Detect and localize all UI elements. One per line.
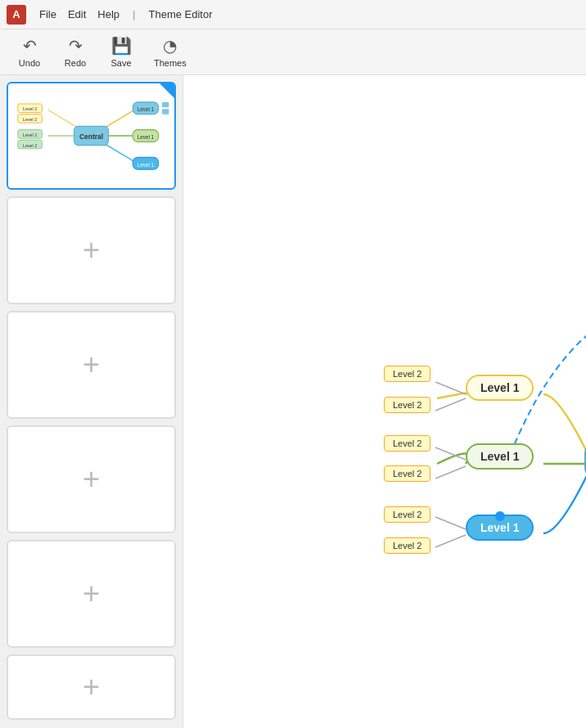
node-level2-2: Level 2: [384, 397, 430, 413]
svg-rect-22: [162, 109, 169, 114]
theme-slot-2[interactable]: +: [7, 196, 176, 304]
svg-line-28: [435, 535, 466, 547]
svg-line-25: [435, 447, 466, 460]
save-button[interactable]: 💾 Save: [101, 33, 141, 71]
theme-slot-5[interactable]: +: [7, 540, 176, 648]
redo-icon: ↷: [69, 36, 83, 56]
menu-items: File Edit Help: [39, 8, 119, 20]
undo-button[interactable]: ↶ Undo: [10, 33, 49, 71]
undo-icon: ↶: [23, 36, 37, 56]
svg-text:Level 2: Level 2: [23, 106, 37, 111]
menu-separator: |: [133, 8, 135, 20]
node-level2-1: Level 2: [384, 366, 430, 382]
svg-line-27: [435, 517, 466, 529]
theme-slot-1[interactable]: Central Level 1 Level 1 Level 1 Level 2 …: [7, 82, 176, 190]
sidebar: Central Level 1 Level 1 Level 1 Level 2 …: [0, 75, 183, 728]
node-level2-5: Level 2: [384, 506, 430, 523]
svg-text:Level 2: Level 2: [23, 143, 37, 148]
redo-button[interactable]: ↷ Redo: [56, 33, 95, 71]
svg-line-24: [435, 398, 466, 411]
theme-slot-3[interactable]: +: [7, 311, 176, 419]
add-theme-icon-3: +: [83, 348, 100, 382]
svg-line-23: [435, 382, 466, 394]
svg-text:Level 2: Level 2: [23, 117, 37, 122]
menu-bar: A File Edit Help | Theme Editor: [0, 0, 586, 29]
svg-rect-21: [162, 102, 169, 107]
main-area: Central Level 1 Level 1 Level 1 Level 2 …: [0, 75, 586, 728]
add-theme-icon-6: +: [83, 670, 100, 704]
menu-help[interactable]: Help: [97, 8, 119, 20]
node-level1-top[interactable]: Level 1: [466, 375, 534, 401]
themes-icon: ◔: [163, 36, 177, 56]
toolbar: ↶ Undo ↷ Redo 💾 Save ◔ Themes: [0, 29, 586, 75]
themes-label: Themes: [154, 58, 187, 68]
svg-text:Level 1: Level 1: [137, 134, 155, 140]
save-label: Save: [110, 58, 131, 68]
theme-preview: Central Level 1 Level 1 Level 1 Level 2 …: [8, 83, 174, 188]
svg-text:Level 1: Level 1: [137, 106, 155, 112]
theme-slot-4[interactable]: +: [7, 425, 176, 533]
svg-text:Level 1: Level 1: [137, 162, 155, 168]
svg-text:Level 2: Level 2: [23, 133, 37, 137]
menu-title: Theme Editor: [149, 8, 213, 20]
add-theme-icon-4: +: [83, 462, 100, 497]
add-theme-icon-2: +: [83, 233, 100, 267]
themes-button[interactable]: ◔ Themes: [147, 33, 193, 71]
undo-label: Undo: [19, 58, 40, 68]
node-level1-bot[interactable]: Level 1: [466, 515, 534, 541]
canvas-area[interactable]: Level 2 Level 2 Level 1 Level 2 Level 2 …: [183, 75, 586, 728]
redo-label: Redo: [65, 58, 86, 68]
node-level2-3: Level 2: [384, 435, 430, 452]
node-level2-4: Level 2: [384, 465, 430, 482]
save-icon: 💾: [111, 36, 132, 56]
theme-slot-6[interactable]: +: [7, 654, 176, 720]
svg-line-26: [435, 466, 466, 479]
node-level2-6: Level 2: [384, 537, 430, 554]
app-icon: A: [7, 5, 26, 25]
add-theme-icon-5: +: [83, 577, 100, 611]
menu-edit[interactable]: Edit: [68, 8, 86, 20]
node-level1-mid[interactable]: Level 1: [466, 443, 534, 470]
menu-file[interactable]: File: [39, 8, 56, 20]
preview-svg: Central Level 1 Level 1 Level 1 Level 2 …: [13, 88, 169, 183]
selection-handle: [495, 511, 505, 521]
svg-text:Central: Central: [79, 133, 103, 141]
